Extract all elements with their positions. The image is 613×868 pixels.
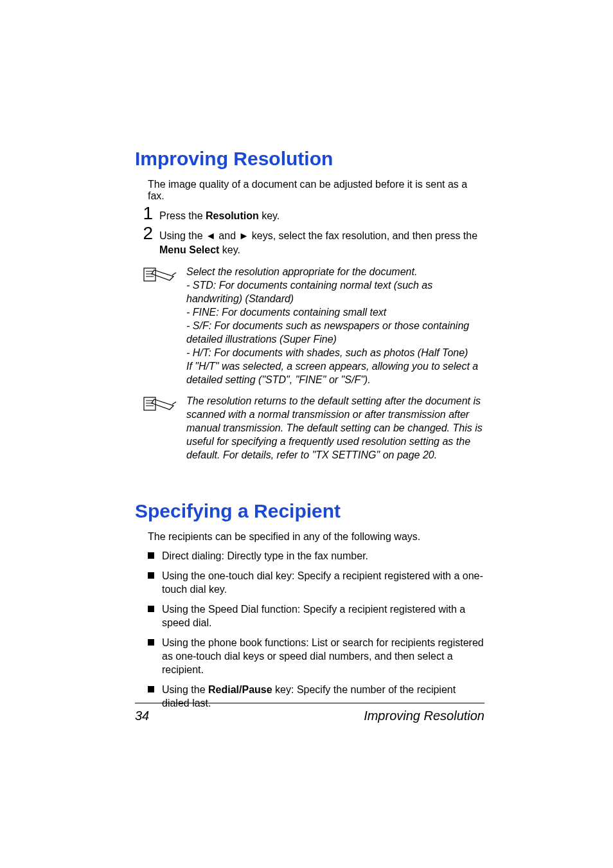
- step-2-post: key.: [219, 244, 240, 255]
- bullet-3: Using the Speed Dial function: Specify a…: [162, 602, 484, 629]
- step-1: 1 Press the Resolution key.: [141, 204, 484, 223]
- step-2-key: Menu Select: [159, 244, 219, 255]
- step-2-mid1: and: [216, 230, 239, 241]
- note1-l6: If "H/T" was selected, a screen appears,…: [186, 361, 478, 385]
- page-number: 34: [135, 709, 149, 723]
- note1-l5: - H/T: For documents with shades, such a…: [186, 347, 468, 358]
- page: Improving Resolution The image quality o…: [0, 0, 613, 868]
- bullet-icon: [148, 606, 154, 612]
- step-number-1: 1: [141, 204, 153, 222]
- note1-l3: - FINE: For documents containing small t…: [186, 307, 386, 318]
- note1-l2: - STD: For documents containing normal t…: [186, 280, 432, 304]
- bullet-icon: [148, 552, 154, 559]
- step-1-post: key.: [259, 210, 280, 221]
- bullet-icon: [148, 639, 154, 646]
- step-1-text: Press the Resolution key.: [159, 206, 280, 223]
- step-2-text: Using the ◄ and ► keys, select the fax r…: [159, 226, 484, 257]
- step-1-key: Resolution: [206, 210, 259, 221]
- footer-title: Improving Resolution: [364, 709, 484, 723]
- footer-row: 34 Improving Resolution: [135, 709, 484, 723]
- list-item: Direct dialing: Directly type in the fax…: [148, 549, 484, 563]
- bullet-icon: [148, 572, 154, 579]
- b5-key: Redial/Pause: [208, 684, 272, 695]
- list-item: Using the phone book functions: List or …: [148, 636, 484, 676]
- heading-specifying-recipient: Specifying a Recipient: [135, 500, 484, 522]
- intro-text-b: The recipients can be specified in any o…: [148, 531, 484, 543]
- note1-l1: Select the resolution appropriate for th…: [186, 266, 417, 277]
- step-number-2: 2: [141, 224, 153, 242]
- step-2: 2 Using the ◄ and ► keys, select the fax…: [141, 224, 484, 257]
- note-2-text: The resolution returns to the default se…: [186, 394, 484, 462]
- step-1-pre: Press the: [159, 210, 206, 221]
- bullet-1: Direct dialing: Directly type in the fax…: [162, 549, 368, 563]
- note-icon: [141, 394, 177, 462]
- footer: 34 Improving Resolution: [135, 703, 484, 723]
- bullet-list: Direct dialing: Directly type in the fax…: [148, 549, 484, 710]
- bullet-2: Using the one-touch dial key: Specify a …: [162, 569, 484, 596]
- footer-rule: [135, 703, 484, 703]
- bullet-icon: [148, 686, 154, 692]
- note-icon: [141, 265, 177, 386]
- arrow-right-icon: ►: [238, 230, 249, 241]
- bullet-4: Using the phone book functions: List or …: [162, 636, 484, 676]
- step-2-mid2: keys, select the fax resolution, and the…: [249, 230, 477, 241]
- list-item: Using the one-touch dial key: Specify a …: [148, 569, 484, 596]
- note1-l4: - S/F: For documents such as newspapers …: [186, 320, 469, 345]
- heading-improving-resolution: Improving Resolution: [135, 148, 484, 170]
- step-2-pre: Using the: [159, 230, 206, 241]
- arrow-left-icon: ◄: [206, 230, 216, 241]
- note-block-2: The resolution returns to the default se…: [141, 394, 484, 462]
- note-block-1: Select the resolution appropriate for th…: [141, 265, 484, 386]
- intro-text: The image quality of a document can be a…: [148, 179, 484, 202]
- note-1-text: Select the resolution appropriate for th…: [186, 265, 484, 386]
- b5-pre: Using the: [162, 684, 208, 695]
- list-item: Using the Speed Dial function: Specify a…: [148, 602, 484, 629]
